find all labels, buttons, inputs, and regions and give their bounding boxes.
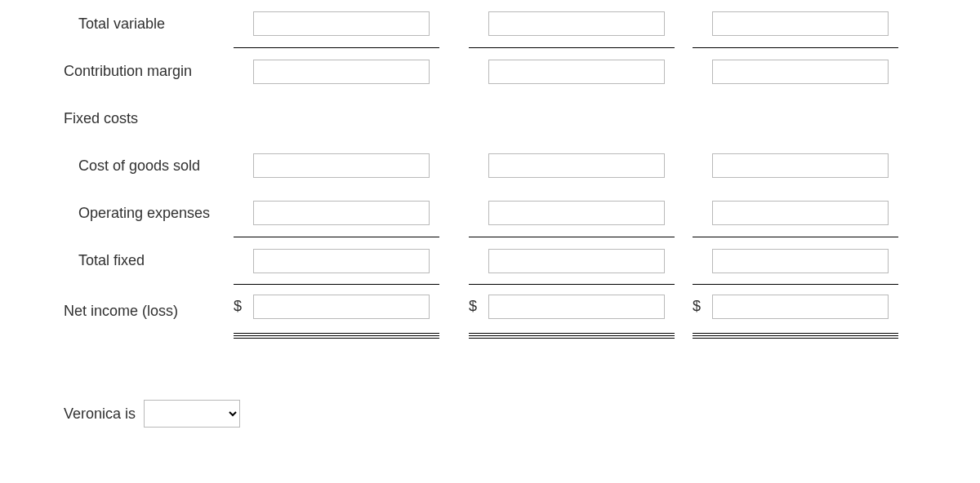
row-cogs: Cost of goods sold <box>64 142 898 189</box>
conclusion-sentence: Veronica is <box>64 400 240 428</box>
label-net-income: Net income (loss) <box>64 303 178 319</box>
total-fixed-col2[interactable] <box>488 249 665 273</box>
net-income-col3[interactable] <box>712 295 889 319</box>
row-net-income: Net income (loss) $ $ $ <box>64 284 898 339</box>
net-income-col2[interactable] <box>488 295 665 319</box>
total-variable-col3[interactable] <box>712 11 889 36</box>
opex-col3[interactable] <box>712 201 889 225</box>
contribution-margin-col3[interactable] <box>712 60 889 84</box>
label-opex: Operating expenses <box>78 205 210 221</box>
label-cogs: Cost of goods sold <box>78 157 200 174</box>
net-income-col1[interactable] <box>253 295 430 319</box>
label-contribution-margin: Contribution margin <box>64 63 192 79</box>
contribution-margin-col2[interactable] <box>488 60 665 84</box>
currency-prefix: $ <box>469 298 488 315</box>
total-fixed-col1[interactable] <box>253 249 430 273</box>
contribution-margin-col1[interactable] <box>253 60 430 84</box>
opex-col2[interactable] <box>488 201 665 225</box>
label-total-fixed: Total fixed <box>78 252 145 268</box>
total-variable-col1[interactable] <box>253 11 430 36</box>
row-opex: Operating expenses <box>64 189 898 237</box>
conclusion-lead: Veronica is <box>64 405 136 423</box>
cogs-col2[interactable] <box>488 153 665 178</box>
row-total-fixed: Total fixed <box>64 237 898 284</box>
row-fixed-costs-header: Fixed costs <box>64 95 898 142</box>
cogs-col1[interactable] <box>253 153 430 178</box>
row-total-variable: Total variable <box>64 0 898 47</box>
currency-prefix: $ <box>234 298 253 315</box>
cogs-col3[interactable] <box>712 153 889 178</box>
label-fixed-costs: Fixed costs <box>64 110 138 126</box>
conclusion-select[interactable] <box>144 400 240 428</box>
label-total-variable: Total variable <box>78 16 165 32</box>
cvp-table: Total variable Contribution margin Fixed… <box>64 0 898 339</box>
total-variable-col2[interactable] <box>488 11 665 36</box>
row-contribution-margin: Contribution margin <box>64 47 898 95</box>
currency-prefix: $ <box>693 298 712 315</box>
opex-col1[interactable] <box>253 201 430 225</box>
total-fixed-col3[interactable] <box>712 249 889 273</box>
